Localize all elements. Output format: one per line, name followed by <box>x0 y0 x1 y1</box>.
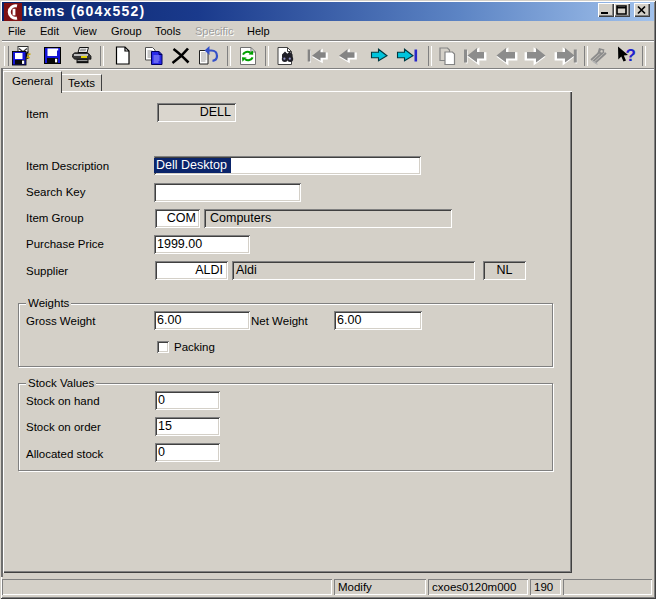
svg-text:?: ? <box>626 46 636 65</box>
